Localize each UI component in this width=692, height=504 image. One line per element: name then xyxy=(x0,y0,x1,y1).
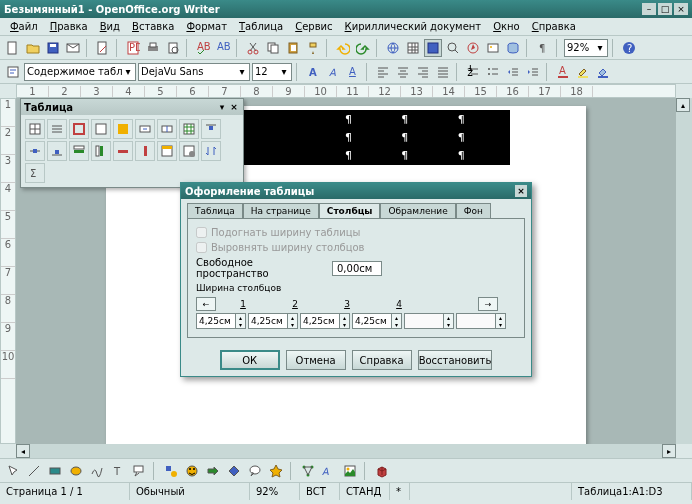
col-width-3[interactable]: ▴▾ xyxy=(300,313,350,329)
font-name-input[interactable] xyxy=(141,66,237,77)
minimize-button[interactable]: – xyxy=(642,3,656,15)
hyperlink-icon[interactable] xyxy=(384,39,402,57)
dialog-close-icon[interactable]: × xyxy=(515,185,527,197)
spin-down-icon[interactable]: ▾ xyxy=(287,321,297,328)
bgcolor-icon[interactable] xyxy=(113,119,133,139)
dialog-titlebar[interactable]: Оформление таблицы × xyxy=(181,183,531,199)
table-props-icon[interactable] xyxy=(179,141,199,161)
zoom-combo[interactable]: ▾ xyxy=(564,39,608,57)
close-button[interactable]: × xyxy=(674,3,688,15)
sum-icon[interactable]: Σ xyxy=(25,163,45,183)
vertical-ruler[interactable]: 12345678910 xyxy=(0,98,16,444)
chevron-down-icon[interactable]: ▾ xyxy=(595,42,605,53)
tab-table[interactable]: Таблица xyxy=(187,203,243,218)
reset-button[interactable]: Восстановить xyxy=(418,350,493,370)
menu-edit[interactable]: Правка xyxy=(44,19,94,34)
new-doc-icon[interactable] xyxy=(4,39,22,57)
tab-borders[interactable]: Обрамление xyxy=(380,203,455,218)
align-justify-icon[interactable] xyxy=(434,63,452,81)
cancel-button[interactable]: Отмена xyxy=(286,350,346,370)
find-icon[interactable] xyxy=(444,39,462,57)
spellcheck-icon[interactable]: ABC xyxy=(194,39,212,57)
selection-icon[interactable] xyxy=(4,462,22,480)
copy-icon[interactable] xyxy=(264,39,282,57)
table-toolbar-title[interactable]: Таблица ▾ × xyxy=(21,99,243,115)
menu-help[interactable]: Справка xyxy=(526,19,582,34)
zoom-input[interactable] xyxy=(567,42,595,53)
pin-icon[interactable]: ▾ xyxy=(216,101,228,113)
menu-view[interactable]: Вид xyxy=(94,19,126,34)
spin-down-icon[interactable]: ▾ xyxy=(339,321,349,328)
decrease-indent-icon[interactable] xyxy=(504,63,522,81)
delete-col-icon[interactable] xyxy=(135,141,155,161)
bullets-icon[interactable] xyxy=(484,63,502,81)
table-icon[interactable] xyxy=(404,39,422,57)
split-cells-icon[interactable] xyxy=(157,119,177,139)
callout-icon[interactable] xyxy=(130,462,148,480)
maximize-button[interactable]: □ xyxy=(658,3,672,15)
extrusion-icon[interactable] xyxy=(373,462,391,480)
horizontal-ruler[interactable]: 123456789101112131415161718 xyxy=(16,84,676,98)
scroll-left-icon[interactable]: ◂ xyxy=(16,444,30,458)
highlight-icon[interactable] xyxy=(574,63,592,81)
table-cell[interactable]: ¶ xyxy=(341,111,397,129)
autoformat-icon[interactable] xyxy=(157,141,177,161)
bold-icon[interactable]: A xyxy=(304,63,322,81)
edit-doc-icon[interactable] xyxy=(94,39,112,57)
menu-format[interactable]: Формат xyxy=(180,19,233,34)
table-cell[interactable]: ¶ xyxy=(341,147,397,165)
col-width-2[interactable]: ▴▾ xyxy=(248,313,298,329)
numbering-icon[interactable]: 12 xyxy=(464,63,482,81)
help-icon[interactable]: ? xyxy=(620,39,638,57)
table-cell[interactable]: ¶ xyxy=(397,129,453,147)
scroll-up-icon[interactable]: ▴ xyxy=(676,98,690,112)
points-icon[interactable] xyxy=(299,462,317,480)
paragraph-style-input[interactable] xyxy=(27,66,123,77)
ok-button[interactable]: ОК xyxy=(220,350,280,370)
col-width-1[interactable]: ▴▾ xyxy=(196,313,246,329)
align-left-icon[interactable] xyxy=(374,63,392,81)
redo-icon[interactable] xyxy=(354,39,372,57)
paragraph-style-combo[interactable]: ▾ xyxy=(24,63,136,81)
menu-tools[interactable]: Сервис xyxy=(289,19,338,34)
close-icon[interactable]: × xyxy=(228,101,240,113)
table-cell[interactable]: ¶ xyxy=(453,147,509,165)
symbol-shapes-icon[interactable] xyxy=(183,462,201,480)
basic-shapes-icon[interactable] xyxy=(162,462,180,480)
valign-top-icon[interactable] xyxy=(201,119,221,139)
optimize-icon[interactable] xyxy=(179,119,199,139)
table-cell[interactable]: ¶ xyxy=(341,129,397,147)
font-name-combo[interactable]: ▾ xyxy=(138,63,250,81)
col-width-4[interactable]: ▴▾ xyxy=(352,313,402,329)
flowchart-icon[interactable] xyxy=(225,462,243,480)
horizontal-scrollbar[interactable]: ◂ ▸ xyxy=(16,444,676,458)
status-std[interactable]: СТАНД xyxy=(340,483,390,500)
block-arrows-icon[interactable] xyxy=(204,462,222,480)
spin-down-icon[interactable]: ▾ xyxy=(391,321,401,328)
scroll-cols-right-icon[interactable]: → xyxy=(478,297,498,311)
line-style-icon[interactable] xyxy=(47,119,67,139)
valign-mid-icon[interactable] xyxy=(25,141,45,161)
status-ins[interactable]: ВСТ xyxy=(300,483,340,500)
spin-up-icon[interactable]: ▴ xyxy=(235,314,245,321)
fontwork-icon[interactable]: A xyxy=(320,462,338,480)
freeform-icon[interactable] xyxy=(88,462,106,480)
chevron-down-icon[interactable]: ▾ xyxy=(279,66,289,77)
text-icon[interactable]: T xyxy=(109,462,127,480)
autospell-icon[interactable]: ABC xyxy=(214,39,232,57)
nonprinting-icon[interactable]: ¶ xyxy=(534,39,552,57)
styles-icon[interactable] xyxy=(4,63,22,81)
increase-indent-icon[interactable] xyxy=(524,63,542,81)
vertical-scrollbar[interactable]: ▴ xyxy=(676,98,692,444)
spin-up-icon[interactable]: ▴ xyxy=(391,314,401,321)
status-zoom[interactable]: 92% xyxy=(250,483,300,500)
insert-row-icon[interactable] xyxy=(69,141,89,161)
line-icon[interactable] xyxy=(25,462,43,480)
tab-columns[interactable]: Столбцы xyxy=(319,203,381,218)
preview-icon[interactable] xyxy=(164,39,182,57)
line-color-icon[interactable] xyxy=(69,119,89,139)
menu-insert[interactable]: Вставка xyxy=(126,19,180,34)
scroll-right-icon[interactable]: ▸ xyxy=(662,444,676,458)
gallery-icon[interactable] xyxy=(484,39,502,57)
status-sel[interactable]: * xyxy=(390,483,410,500)
